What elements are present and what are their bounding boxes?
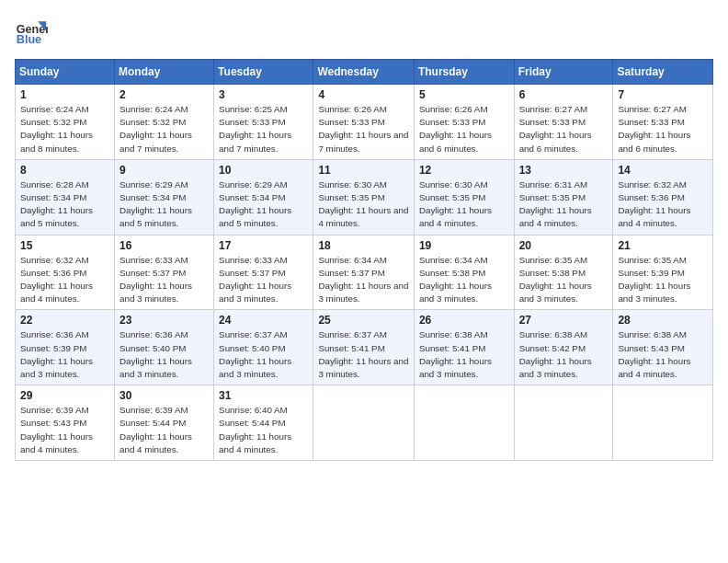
week-row-3: 15Sunrise: 6:32 AMSunset: 5:36 PMDayligh… — [16, 235, 713, 310]
day-info: Sunrise: 6:35 AMSunset: 5:39 PMDaylight:… — [618, 254, 708, 306]
day-info: Sunrise: 6:29 AMSunset: 5:34 PMDaylight:… — [119, 178, 209, 231]
calendar-cell: 4Sunrise: 6:26 AMSunset: 5:33 PMDaylight… — [313, 85, 415, 160]
day-info: Sunrise: 6:34 AMSunset: 5:37 PMDaylight:… — [318, 254, 409, 306]
calendar-cell: 23Sunrise: 6:36 AMSunset: 5:40 PMDayligh… — [114, 310, 213, 385]
day-info: Sunrise: 6:36 AMSunset: 5:40 PMDaylight:… — [119, 328, 209, 381]
day-number: 1 — [20, 88, 109, 101]
day-number: 9 — [119, 164, 209, 177]
day-info: Sunrise: 6:24 AMSunset: 5:32 PMDaylight:… — [20, 103, 109, 155]
calendar-header-row: SundayMondayTuesdayWednesdayThursdayFrid… — [16, 60, 713, 85]
day-info: Sunrise: 6:25 AMSunset: 5:33 PMDaylight:… — [219, 103, 308, 155]
calendar-cell: 27Sunrise: 6:38 AMSunset: 5:42 PMDayligh… — [514, 310, 613, 385]
calendar-cell: 21Sunrise: 6:35 AMSunset: 5:39 PMDayligh… — [613, 235, 713, 310]
day-info: Sunrise: 6:29 AMSunset: 5:34 PMDaylight:… — [219, 178, 308, 231]
day-number: 3 — [219, 88, 308, 101]
calendar-cell — [414, 385, 514, 461]
day-number: 24 — [219, 314, 308, 327]
calendar-body: 1Sunrise: 6:24 AMSunset: 5:32 PMDaylight… — [16, 85, 713, 461]
calendar-cell: 12Sunrise: 6:30 AMSunset: 5:35 PMDayligh… — [414, 159, 514, 235]
calendar-cell: 11Sunrise: 6:30 AMSunset: 5:35 PMDayligh… — [313, 159, 415, 235]
day-number: 30 — [119, 389, 209, 402]
calendar-cell: 25Sunrise: 6:37 AMSunset: 5:41 PMDayligh… — [313, 310, 415, 385]
day-number: 12 — [419, 164, 509, 177]
day-info: Sunrise: 6:38 AMSunset: 5:41 PMDaylight:… — [419, 328, 509, 381]
day-info: Sunrise: 6:27 AMSunset: 5:33 PMDaylight:… — [519, 103, 609, 155]
week-row-2: 8Sunrise: 6:28 AMSunset: 5:34 PMDaylight… — [16, 159, 713, 235]
day-info: Sunrise: 6:35 AMSunset: 5:38 PMDaylight:… — [519, 254, 609, 306]
day-header-monday: Monday — [114, 60, 213, 85]
calendar-cell: 1Sunrise: 6:24 AMSunset: 5:32 PMDaylight… — [16, 85, 115, 160]
day-info: Sunrise: 6:31 AMSunset: 5:35 PMDaylight:… — [519, 178, 609, 231]
day-info: Sunrise: 6:40 AMSunset: 5:44 PMDaylight:… — [219, 404, 308, 456]
day-number: 26 — [419, 314, 509, 327]
day-header-sunday: Sunday — [16, 60, 115, 85]
calendar-cell: 18Sunrise: 6:34 AMSunset: 5:37 PMDayligh… — [313, 235, 415, 310]
calendar-cell: 6Sunrise: 6:27 AMSunset: 5:33 PMDaylight… — [514, 85, 613, 160]
day-number: 28 — [618, 314, 708, 327]
day-number: 27 — [519, 314, 609, 327]
calendar-cell: 10Sunrise: 6:29 AMSunset: 5:34 PMDayligh… — [214, 159, 313, 235]
day-number: 11 — [318, 164, 409, 177]
calendar-cell: 2Sunrise: 6:24 AMSunset: 5:32 PMDaylight… — [114, 85, 213, 160]
day-info: Sunrise: 6:30 AMSunset: 5:35 PMDaylight:… — [318, 178, 409, 231]
day-info: Sunrise: 6:32 AMSunset: 5:36 PMDaylight:… — [618, 178, 708, 231]
day-info: Sunrise: 6:33 AMSunset: 5:37 PMDaylight:… — [119, 254, 209, 306]
day-header-saturday: Saturday — [613, 60, 713, 85]
calendar-cell: 13Sunrise: 6:31 AMSunset: 5:35 PMDayligh… — [514, 159, 613, 235]
day-info: Sunrise: 6:38 AMSunset: 5:43 PMDaylight:… — [618, 328, 708, 381]
calendar-cell — [514, 385, 613, 461]
day-number: 23 — [119, 314, 209, 327]
day-number: 4 — [318, 88, 409, 101]
day-number: 22 — [20, 314, 109, 327]
calendar-cell: 26Sunrise: 6:38 AMSunset: 5:41 PMDayligh… — [414, 310, 514, 385]
day-number: 15 — [20, 239, 109, 252]
calendar-cell: 31Sunrise: 6:40 AMSunset: 5:44 PMDayligh… — [214, 385, 313, 461]
day-info: Sunrise: 6:26 AMSunset: 5:33 PMDaylight:… — [318, 103, 409, 155]
day-number: 8 — [20, 164, 109, 177]
calendar-cell: 16Sunrise: 6:33 AMSunset: 5:37 PMDayligh… — [114, 235, 213, 310]
day-number: 7 — [618, 88, 708, 101]
day-info: Sunrise: 6:27 AMSunset: 5:33 PMDaylight:… — [618, 103, 708, 155]
calendar-table: SundayMondayTuesdayWednesdayThursdayFrid… — [15, 59, 713, 461]
svg-text:Blue: Blue — [17, 33, 41, 46]
day-info: Sunrise: 6:32 AMSunset: 5:36 PMDaylight:… — [20, 254, 109, 306]
calendar-cell: 30Sunrise: 6:39 AMSunset: 5:44 PMDayligh… — [114, 385, 213, 461]
calendar-cell: 28Sunrise: 6:38 AMSunset: 5:43 PMDayligh… — [613, 310, 713, 385]
calendar-cell: 19Sunrise: 6:34 AMSunset: 5:38 PMDayligh… — [414, 235, 514, 310]
calendar-cell — [613, 385, 713, 461]
calendar-cell: 9Sunrise: 6:29 AMSunset: 5:34 PMDaylight… — [114, 159, 213, 235]
day-header-tuesday: Tuesday — [214, 60, 313, 85]
calendar-cell: 17Sunrise: 6:33 AMSunset: 5:37 PMDayligh… — [214, 235, 313, 310]
calendar-cell: 8Sunrise: 6:28 AMSunset: 5:34 PMDaylight… — [16, 159, 115, 235]
week-row-1: 1Sunrise: 6:24 AMSunset: 5:32 PMDaylight… — [16, 85, 713, 160]
day-info: Sunrise: 6:37 AMSunset: 5:41 PMDaylight:… — [318, 328, 409, 381]
page-header: General Blue — [15, 15, 713, 48]
day-info: Sunrise: 6:39 AMSunset: 5:43 PMDaylight:… — [20, 404, 109, 456]
day-number: 21 — [618, 239, 708, 252]
day-info: Sunrise: 6:36 AMSunset: 5:39 PMDaylight:… — [20, 328, 109, 381]
day-info: Sunrise: 6:28 AMSunset: 5:34 PMDaylight:… — [20, 178, 109, 231]
day-number: 10 — [219, 164, 308, 177]
day-number: 6 — [519, 88, 609, 101]
day-info: Sunrise: 6:37 AMSunset: 5:40 PMDaylight:… — [219, 328, 308, 381]
calendar-cell: 14Sunrise: 6:32 AMSunset: 5:36 PMDayligh… — [613, 159, 713, 235]
logo: General Blue — [15, 15, 48, 48]
day-number: 2 — [119, 88, 209, 101]
day-number: 17 — [219, 239, 308, 252]
day-info: Sunrise: 6:24 AMSunset: 5:32 PMDaylight:… — [119, 103, 209, 155]
day-info: Sunrise: 6:38 AMSunset: 5:42 PMDaylight:… — [519, 328, 609, 381]
day-header-thursday: Thursday — [414, 60, 514, 85]
calendar-cell: 3Sunrise: 6:25 AMSunset: 5:33 PMDaylight… — [214, 85, 313, 160]
day-info: Sunrise: 6:34 AMSunset: 5:38 PMDaylight:… — [419, 254, 509, 306]
day-number: 19 — [419, 239, 509, 252]
day-number: 31 — [219, 389, 308, 402]
day-info: Sunrise: 6:39 AMSunset: 5:44 PMDaylight:… — [119, 404, 209, 456]
calendar-cell: 29Sunrise: 6:39 AMSunset: 5:43 PMDayligh… — [16, 385, 115, 461]
calendar-cell: 22Sunrise: 6:36 AMSunset: 5:39 PMDayligh… — [16, 310, 115, 385]
calendar-cell: 24Sunrise: 6:37 AMSunset: 5:40 PMDayligh… — [214, 310, 313, 385]
day-header-wednesday: Wednesday — [313, 60, 415, 85]
day-number: 14 — [618, 164, 708, 177]
day-info: Sunrise: 6:33 AMSunset: 5:37 PMDaylight:… — [219, 254, 308, 306]
calendar-cell: 15Sunrise: 6:32 AMSunset: 5:36 PMDayligh… — [16, 235, 115, 310]
calendar-cell: 20Sunrise: 6:35 AMSunset: 5:38 PMDayligh… — [514, 235, 613, 310]
